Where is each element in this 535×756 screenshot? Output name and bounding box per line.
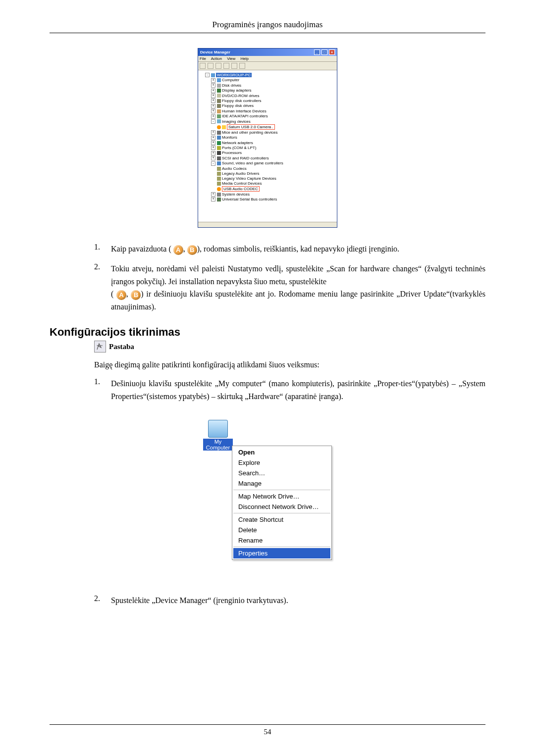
- window-buttons: _ □ ×: [314, 50, 335, 55]
- tree-item[interactable]: Monitors: [222, 135, 237, 140]
- context-menu-figure: My Computer Open Explore Search… Manage …: [203, 420, 332, 451]
- tree-expander-icon[interactable]: +: [211, 83, 215, 88]
- floppy-icon: [217, 104, 221, 108]
- toolbar-fwd-icon[interactable]: [208, 63, 214, 69]
- toolbar-back-icon[interactable]: [200, 63, 206, 69]
- toolbar-props-icon[interactable]: [215, 63, 221, 69]
- tree-expander-icon[interactable]: +: [211, 109, 215, 113]
- devmgr-toolbar: [198, 62, 337, 70]
- menu-item-shortcut[interactable]: Create Shortcut: [233, 514, 330, 525]
- tree-item[interactable]: Network adapters: [222, 141, 253, 145]
- tree-item[interactable]: Human Interface Devices: [222, 109, 267, 113]
- tree-item[interactable]: System devices: [222, 192, 250, 197]
- tree-expander-icon[interactable]: +: [211, 89, 215, 93]
- section-heading: Konfigūracijos tikrinimas: [50, 326, 485, 339]
- scsi-icon: [217, 156, 221, 160]
- list-number: 1.: [94, 377, 111, 403]
- menu-item-properties[interactable]: Properties: [233, 548, 330, 558]
- context-menu: Open Explore Search… Manage Map Network …: [232, 446, 332, 560]
- close-icon[interactable]: ×: [329, 50, 335, 55]
- menu-item-open[interactable]: Open: [233, 447, 330, 457]
- page-header: Programinės įrangos naudojimas: [50, 20, 485, 33]
- menu-help[interactable]: Help: [241, 56, 249, 61]
- tree-item[interactable]: Universal Serial Bus controllers: [222, 197, 277, 202]
- computer-icon: [217, 78, 221, 82]
- tree-expander-icon[interactable]: +: [211, 136, 215, 140]
- tree-expander-icon[interactable]: +: [211, 156, 215, 160]
- tree-expander-icon[interactable]: -: [205, 73, 210, 77]
- menu-item-rename[interactable]: Rename: [233, 535, 330, 546]
- page-number: 54: [264, 728, 271, 736]
- menu-item-map-drive[interactable]: Map Network Drive…: [233, 491, 330, 502]
- tree-item[interactable]: Sound, video and game controllers: [222, 161, 283, 165]
- tree-expander-icon[interactable]: -: [211, 119, 215, 124]
- text: Tokiu atveju, norėdami vėl paleisti Nust…: [111, 264, 485, 286]
- tree-item[interactable]: Ports (COM & LPT): [222, 146, 256, 150]
- toolbar-extra-icon[interactable]: [239, 63, 245, 69]
- tree-item-camera[interactable]: Saturn USB 2.0 Camera .: [227, 124, 275, 130]
- mycomputer-label: My Computer: [203, 439, 233, 451]
- tree-expander-icon[interactable]: +: [211, 99, 215, 103]
- list-item: 1. Dešiniuoju klavišu spustelėkite „My c…: [94, 377, 485, 403]
- cd-icon: [217, 94, 221, 98]
- tree-expander-icon[interactable]: +: [211, 78, 215, 83]
- tree-item[interactable]: Disk drives: [222, 83, 241, 88]
- tree-item[interactable]: Media Control Devices: [222, 181, 262, 186]
- menu-action[interactable]: Action: [211, 56, 222, 61]
- tree-expander-icon[interactable]: +: [211, 104, 215, 108]
- tree-item[interactable]: Legacy Video Capture Devices: [222, 176, 276, 181]
- toolbar-scan-icon[interactable]: [231, 63, 237, 69]
- cpu-icon: [217, 151, 221, 155]
- imaging-icon: [217, 119, 221, 123]
- mycomputer-icon[interactable]: My Computer: [203, 420, 233, 451]
- tree-expander-icon[interactable]: +: [211, 114, 215, 119]
- warning-icon: [217, 125, 221, 129]
- menu-separator: [233, 547, 330, 547]
- toolbar-refresh-icon[interactable]: [223, 63, 229, 69]
- menu-view[interactable]: View: [227, 56, 235, 61]
- tree-item[interactable]: SCSI and RAID controllers: [222, 156, 269, 160]
- menu-separator: [233, 513, 330, 513]
- tree-item[interactable]: Legacy Audio Drivers: [222, 171, 260, 176]
- minimize-icon[interactable]: _: [314, 50, 320, 55]
- tree-item[interactable]: DVD/CD-ROM drives: [222, 94, 260, 98]
- note-icon: [94, 341, 106, 353]
- tree-item[interactable]: Mice and other pointing devices: [222, 130, 278, 135]
- text: ,: [183, 245, 187, 253]
- maximize-icon[interactable]: □: [321, 50, 327, 55]
- label-b-icon: B: [187, 245, 197, 255]
- menu-file[interactable]: File: [200, 56, 206, 61]
- tree-expander-icon[interactable]: +: [211, 192, 215, 197]
- text: ,: [126, 290, 131, 298]
- tree-expander-icon[interactable]: +: [211, 141, 215, 145]
- menu-item-manage[interactable]: Manage: [233, 478, 330, 489]
- tree-expander-icon[interactable]: +: [211, 151, 215, 155]
- text: Kaip pavaizduota (: [111, 245, 171, 253]
- devmgr-title-text: Device Manager: [200, 50, 230, 54]
- menu-item-search[interactable]: Search…: [233, 468, 330, 478]
- tree-expander-icon[interactable]: -: [211, 161, 215, 166]
- camera-icon: [222, 125, 226, 129]
- tree-item[interactable]: Imaging devices: [222, 119, 251, 124]
- tree-item[interactable]: Display adapters: [222, 88, 252, 93]
- codec-icon: [217, 177, 221, 181]
- tree-item[interactable]: IDE ATA/ATAPI controllers: [222, 114, 268, 118]
- tree-expander-icon[interactable]: +: [211, 94, 215, 98]
- tree-item[interactable]: Processors: [222, 151, 242, 155]
- tree-item[interactable]: Audio Codecs: [222, 166, 247, 171]
- hid-icon: [217, 109, 221, 113]
- tree-expander-icon[interactable]: +: [211, 197, 215, 202]
- note-label: Pastaba: [109, 343, 134, 351]
- menu-item-disconnect-drive[interactable]: Disconnect Network Drive…: [233, 502, 330, 512]
- tree-expander-icon[interactable]: +: [211, 130, 215, 135]
- tree-item[interactable]: Floppy disk drives: [222, 103, 254, 108]
- network-icon: [217, 141, 221, 145]
- menu-separator: [233, 490, 330, 490]
- tree-expander-icon[interactable]: +: [211, 146, 215, 150]
- menu-item-explore[interactable]: Explore: [233, 457, 330, 468]
- tree-item[interactable]: Floppy disk controllers: [222, 99, 262, 103]
- menu-item-delete[interactable]: Delete: [233, 525, 330, 535]
- tree-item-usbaudio[interactable]: USB Audio CODEC: [222, 186, 260, 192]
- tree-root[interactable]: WORKGROUP-PC: [216, 73, 252, 77]
- tree-item[interactable]: Computer: [222, 78, 239, 82]
